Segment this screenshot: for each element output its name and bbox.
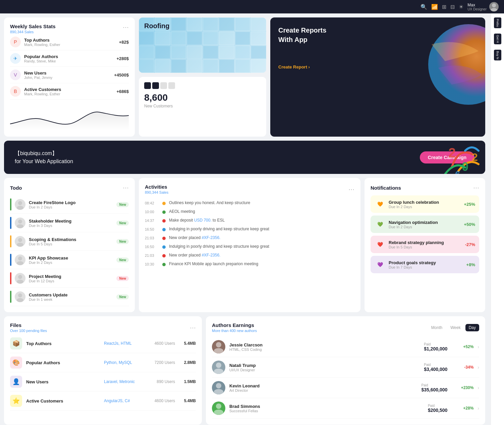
activity-item: 21:03 New order placed #XF-2356. [145, 251, 354, 259]
author-chevron[interactable]: › [478, 385, 479, 390]
act-text: AEOL meeting [169, 209, 354, 214]
act-time: 14:37 [145, 219, 159, 223]
stat-name: New Users [24, 70, 111, 76]
files-card: Files Over 100 pending files ⋯ 📦 Top Aut… [4, 316, 202, 425]
sidebar-geth[interactable]: Get H [494, 34, 501, 44]
todo-bar [10, 291, 11, 303]
files-menu[interactable]: ⋯ [190, 324, 196, 331]
act-link[interactable]: #XF-2356. [202, 253, 220, 257]
author-chevron[interactable]: › [478, 344, 479, 349]
notif-info: Group lunch celebration Due In 2 Days [389, 200, 460, 209]
svg-point-17 [18, 293, 22, 297]
file-tech: Python, MySQL [104, 360, 144, 365]
campaign-text: 【biqubiqu.com】 for Your Web Application [15, 150, 73, 164]
stat-sub: Randy, Steve, Mike [24, 59, 113, 63]
create-reports-title: Create ReportsWith App [278, 26, 326, 44]
theme-icon[interactable]: ☀ [459, 4, 463, 10]
weekly-sales-menu[interactable]: ⋯ [123, 23, 129, 31]
stat-name: Top Authors [24, 38, 116, 43]
avatar[interactable] [489, 2, 499, 11]
notif-icon: 💜 [375, 259, 385, 270]
svg-point-14 [17, 261, 23, 265]
todo-bar [10, 235, 11, 247]
todo-item: Stakeholder Meeting Due In 3 Days New [10, 214, 129, 232]
period-day[interactable]: Day [465, 324, 479, 331]
svg-point-11 [18, 238, 22, 242]
act-time: 10:00 [145, 210, 159, 214]
author-name: Brad Simmons [229, 404, 424, 409]
act-link[interactable]: #XF-2356. [202, 235, 220, 240]
file-name: Top Authors [26, 341, 100, 346]
notif-title: Group lunch celebration [389, 200, 460, 205]
grid-icon[interactable]: ⊞ [442, 4, 446, 10]
search-icon[interactable]: 🔍 [421, 4, 427, 10]
file-icon: 👤 [10, 376, 22, 388]
svg-point-25 [216, 404, 221, 409]
svg-point-20 [214, 348, 223, 353]
stat-value: +686$ [116, 89, 129, 94]
stat-sub: Mark, Rowling, Esther [24, 43, 116, 47]
file-name: Active Customers [26, 398, 100, 404]
author-chevron[interactable]: › [478, 406, 479, 411]
roofing-card: Roofing [139, 17, 266, 73]
svg-point-22 [214, 369, 223, 374]
file-item: ⭐ Active Customers AngularJS, C# 4600 Us… [10, 391, 196, 411]
stat-icon: B [10, 86, 21, 97]
act-time: 16:50 [145, 245, 159, 249]
user-info: Max UX Designer [467, 2, 499, 11]
author-change: +28% [457, 406, 473, 411]
notif-sub: Due In 7 Days [389, 265, 463, 269]
apps-icon[interactable]: ⊟ [450, 4, 455, 10]
file-icon: 📦 [10, 337, 22, 349]
author-avatar [212, 381, 225, 394]
authors-subtitle: More than 400 new authors [212, 329, 257, 333]
sidebar-buyn[interactable]: Buy N [494, 50, 501, 61]
author-info: Jessie Clarcson HTML, CSS Coding [229, 342, 420, 351]
notifications-menu[interactable]: ⋯ [473, 184, 479, 191]
stat-name: Active Customers [24, 87, 113, 92]
todo-bar [10, 198, 11, 210]
sidebar-prebu[interactable]: Prebu [494, 17, 501, 28]
act-text: New order placed #XF-2356. [169, 253, 354, 257]
author-chevron[interactable]: › [478, 365, 479, 370]
author-avatar [212, 402, 225, 415]
svg-text:6: 6 [455, 169, 460, 174]
stat-value: +280$ [116, 56, 129, 61]
authors-header: Authors Earnings More than 400 new autho… [212, 322, 479, 333]
author-payment: Paid $200,500 [428, 404, 447, 413]
todo-due: Due In 5 Days [29, 242, 113, 246]
signal-icon[interactable]: 📶 [431, 4, 438, 10]
icon-box-dark [144, 82, 151, 89]
period-week[interactable]: Week [447, 324, 464, 331]
notif-icon: 🧡 [375, 199, 385, 209]
act-link[interactable]: USD 700. [194, 218, 212, 223]
todo-title: Todo [10, 185, 22, 191]
act-time: 10:30 [145, 262, 159, 266]
activity-item: 14:37 Make deposit USD 700. to ESL [145, 216, 354, 225]
author-name: Kevin Leonard [229, 383, 417, 388]
author-info: Kevin Leonard Art Director [229, 383, 417, 392]
period-month[interactable]: Month [428, 324, 446, 331]
right-sidebar: Prebu Get H Buy N [491, 13, 504, 425]
author-item: Natali Trump UI/UX Designer Paid $3,400,… [212, 357, 479, 378]
notif-items: 🧡 Group lunch celebration Due In 2 Days … [371, 195, 479, 273]
todo-menu[interactable]: ⋯ [123, 184, 129, 191]
file-size: 1.5MB [179, 379, 196, 384]
todo-name: Customers Update [29, 292, 113, 297]
activity-item: 10:30 Finance KPI Mobile app launch prep… [145, 259, 354, 268]
customers-count: 8,600 [144, 92, 261, 103]
act-dot [162, 202, 166, 205]
todo-badge: New [116, 294, 129, 299]
svg-point-21 [216, 363, 221, 368]
activity-item: 16:50 Indulging in poorly driving and ke… [145, 242, 354, 251]
stat-item: V New Users John, Pat, Jimmy +4500$ [10, 67, 129, 83]
file-icon: ⭐ [10, 395, 22, 407]
act-text: Outlines keep you honest. And keep struc… [169, 200, 354, 205]
create-report-link[interactable]: Create Report › [278, 64, 326, 69]
activities-menu[interactable]: ⋯ [348, 186, 354, 193]
act-dot [162, 245, 166, 249]
todo-badge: New [116, 221, 129, 226]
svg-point-2 [428, 24, 485, 105]
act-time: 08:42 [145, 201, 159, 205]
todo-avatar [15, 254, 25, 265]
